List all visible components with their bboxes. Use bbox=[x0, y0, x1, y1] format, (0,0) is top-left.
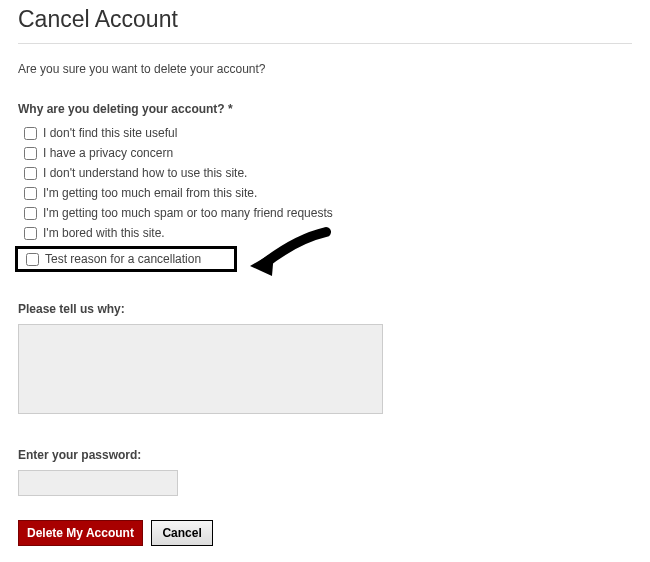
reason-option[interactable]: I don't find this site useful bbox=[18, 126, 632, 140]
reason-option-label: I'm getting too much spam or too many fr… bbox=[43, 206, 333, 220]
reason-option-label: I have a privacy concern bbox=[43, 146, 173, 160]
reason-option-label: I'm bored with this site. bbox=[43, 226, 165, 240]
annotation-arrow-icon bbox=[246, 224, 336, 284]
svg-marker-0 bbox=[250, 252, 274, 276]
reason-option-label: I don't find this site useful bbox=[43, 126, 177, 140]
reason-checkbox[interactable] bbox=[26, 253, 39, 266]
reason-checkbox[interactable] bbox=[24, 207, 37, 220]
divider bbox=[18, 43, 632, 44]
reason-checkbox[interactable] bbox=[24, 167, 37, 180]
password-input[interactable] bbox=[18, 470, 178, 496]
reason-option[interactable]: I don't understand how to use this site. bbox=[18, 166, 632, 180]
comment-textarea[interactable] bbox=[18, 324, 383, 414]
page-title: Cancel Account bbox=[18, 6, 632, 33]
reason-option-label: Test reason for a cancellation bbox=[45, 252, 201, 266]
highlighted-reason-option: Test reason for a cancellation bbox=[15, 246, 237, 272]
cancel-button[interactable]: Cancel bbox=[151, 520, 212, 546]
reason-checkbox[interactable] bbox=[24, 187, 37, 200]
delete-account-button[interactable]: Delete My Account bbox=[18, 520, 143, 546]
reason-checkbox[interactable] bbox=[24, 227, 37, 240]
reason-option-label: I'm getting too much email from this sit… bbox=[43, 186, 257, 200]
reason-checkbox[interactable] bbox=[24, 127, 37, 140]
reason-option-label: I don't understand how to use this site. bbox=[43, 166, 247, 180]
delete-reason-label: Why are you deleting your account? * bbox=[18, 102, 632, 116]
confirm-text: Are you sure you want to delete your acc… bbox=[18, 62, 632, 76]
reason-option[interactable]: I'm getting too much email from this sit… bbox=[18, 186, 632, 200]
reason-option[interactable]: Test reason for a cancellation bbox=[20, 252, 201, 266]
password-label: Enter your password: bbox=[18, 448, 632, 462]
comment-label: Please tell us why: bbox=[18, 302, 632, 316]
button-row: Delete My Account Cancel bbox=[18, 520, 632, 546]
reason-option[interactable]: I have a privacy concern bbox=[18, 146, 632, 160]
reason-option[interactable]: I'm getting too much spam or too many fr… bbox=[18, 206, 632, 220]
reason-checkbox[interactable] bbox=[24, 147, 37, 160]
